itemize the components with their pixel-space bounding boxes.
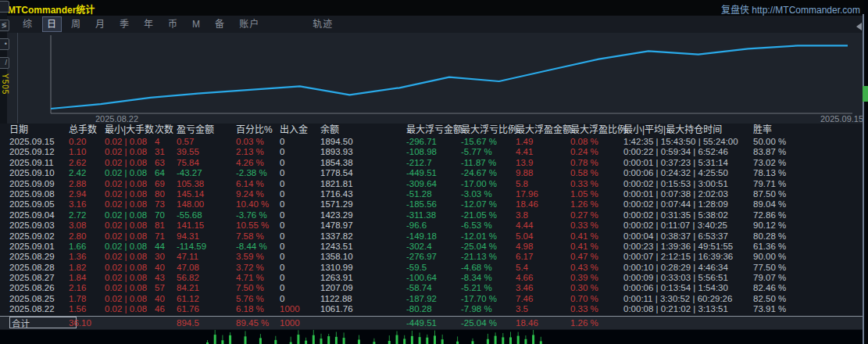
cell-minmax: 0.02 | 0.08 xyxy=(105,252,155,262)
cell-maxdd_pct: -12.01 % xyxy=(461,231,516,242)
toolbar-icon-button[interactable] xyxy=(0,1,9,13)
cell-maxfp: 18.46 xyxy=(516,317,570,330)
cell-maxdd_pct: -15.67 % xyxy=(461,137,516,147)
cell-pct: 7.50 % xyxy=(236,283,280,293)
cell-time: 0:00:01 | 0:37:23 | 5:31:14 xyxy=(623,158,753,168)
cell-maxdd: -302.4 xyxy=(406,242,461,252)
cell-maxdd: -80.28 xyxy=(406,304,461,314)
table-row[interactable]: 2025.08.281.820.02 | 0.084047.083.72 %01… xyxy=(0,263,863,273)
cell-maxdd: -276.97 xyxy=(406,252,461,262)
table-row[interactable]: 2025.09.150.200.02 | 0.0840.570.03 %0189… xyxy=(0,137,863,147)
cell-maxfp_pct: 0.08 % xyxy=(570,137,623,147)
cell-profit: 145.14 xyxy=(177,189,236,199)
cell-cash: 0 xyxy=(280,263,320,273)
cell-winrate: 82.46 % xyxy=(753,283,823,293)
cell-minmax: 0.02 | 0.08 xyxy=(105,147,155,157)
cell-maxdd_pct: -24.67 % xyxy=(461,168,516,178)
cell-cash: 0 xyxy=(280,210,320,220)
cell-maxfp: 4.41 xyxy=(516,147,570,157)
cell-maxdd_pct: -17.70 % xyxy=(461,294,516,304)
tab-日[interactable]: 日 xyxy=(43,17,61,31)
cell-maxfp: 3.5 xyxy=(516,304,570,314)
cell-maxdd_pct: -8.34 % xyxy=(461,273,516,283)
table-row[interactable]: 2025.09.011.660.02 | 0.0844-114.59-8.44 … xyxy=(0,242,863,252)
table-total-row[interactable]: 合计36.10894.589.45 %1000-449.51-25.04 %18… xyxy=(0,316,863,329)
cell-minmax: 0.02 | 0.08 xyxy=(105,283,155,293)
cell-minmax: 0.02 | 0.08 xyxy=(105,199,155,210)
cell-minmax: 0.02 | 0.08 xyxy=(105,210,155,220)
column-header-profit: 盈亏金额 xyxy=(177,124,236,137)
chart-pane-border xyxy=(17,33,18,124)
table-row[interactable]: 2025.09.082.940.02 | 0.0880145.149.24 %0… xyxy=(0,189,863,199)
cell-date: 2025.09.03 xyxy=(9,220,69,231)
tab-年[interactable]: 年 xyxy=(140,17,158,31)
table-row[interactable]: 2025.09.033.080.02 | 0.0881141.1510.55 %… xyxy=(0,220,863,231)
cell-balance: 1854.38 xyxy=(320,158,406,168)
tab-轨迹[interactable]: 轨迹 xyxy=(309,17,337,31)
equity-chart[interactable] xyxy=(0,33,868,124)
cell-profit: -114.59 xyxy=(177,242,236,252)
table-row[interactable]: 2025.08.271.840.02 | 0.084356.824.71 %01… xyxy=(0,273,863,283)
cell-minmax: 0.02 | 0.08 xyxy=(105,242,155,252)
cell-maxfp_pct: 0.33 % xyxy=(570,179,623,189)
cell-maxfp: 6.17 xyxy=(516,252,570,262)
cell-cash: 0 xyxy=(280,147,320,157)
total-label-box: 合计 xyxy=(9,317,77,328)
column-header-winrate: 胜率 xyxy=(753,124,823,137)
cell-lots: 1.78 xyxy=(69,294,105,304)
chart-xlabel-start: 2025.08.22 xyxy=(95,114,138,124)
cell-maxdd: -311.38 xyxy=(406,210,461,220)
cell-lots: 2.42 xyxy=(69,168,105,178)
cell-cash: 0 xyxy=(280,137,320,147)
cell-maxfp_pct: 1.05 % xyxy=(570,189,623,199)
brand-link[interactable]: 复盘侠 http://MTCommander.com xyxy=(721,2,860,16)
table-row[interactable]: 2025.08.291.360.02 | 0.083047.113.59 %01… xyxy=(0,252,863,262)
tab-月[interactable]: 月 xyxy=(91,17,109,31)
table-row[interactable]: 2025.08.262.160.02 | 0.085784.217.50 %01… xyxy=(0,283,863,293)
table-row[interactable]: 2025.09.053.160.02 | 0.0873148.0010.40 %… xyxy=(0,199,863,210)
cell-profit: 47.11 xyxy=(177,252,236,262)
collapse-arrow-icon[interactable] xyxy=(856,23,862,30)
cell-minmax: 0.02 | 0.08 xyxy=(105,137,155,147)
cell-maxfp: 7.46 xyxy=(516,294,570,304)
cell-balance: 1061.76 xyxy=(320,304,406,314)
cell-date: 2025.09.01 xyxy=(9,242,69,252)
tab-币[interactable]: 币 xyxy=(164,17,182,31)
cell-date: 2025.09.10 xyxy=(9,168,69,178)
cell-date: 2025.08.25 xyxy=(9,294,69,304)
tab-季[interactable]: 季 xyxy=(116,17,134,31)
table-row[interactable]: 2025.09.121.100.02 | 0.083139.552.13 %01… xyxy=(0,147,863,157)
cell-time: 0:00:02 | 0:15:53 | 3:00:51 xyxy=(623,179,753,189)
candle-body xyxy=(214,335,216,344)
table-row[interactable]: 2025.08.221.560.02 | 0.084661.766.18 %10… xyxy=(0,304,863,314)
cell-maxfp_pct: 0.41 % xyxy=(570,231,623,242)
scrollbar-marker[interactable] xyxy=(863,86,868,102)
cell-pct: 10.40 % xyxy=(236,199,280,210)
cell-minmax: 0.02 | 0.08 xyxy=(105,189,155,199)
cell-time: 0:00:08 | 0:21:02 | 3:13:51 xyxy=(623,304,753,314)
table-row[interactable]: 2025.09.042.720.02 | 0.0870-55.68-3.76 %… xyxy=(0,210,863,220)
cell-cash: 0 xyxy=(280,199,320,210)
dot-icon[interactable]: • xyxy=(0,38,9,50)
cell-maxdd_pct: -12.07 % xyxy=(461,199,516,210)
vertical-watermark-label: Y505 xyxy=(1,73,9,95)
tab-周[interactable]: 周 xyxy=(67,17,85,31)
candle-body xyxy=(517,336,520,344)
lightning-icon[interactable]: ≶ xyxy=(0,20,9,31)
cell-pct: 10.55 % xyxy=(236,220,280,231)
tab-备[interactable]: 备 xyxy=(211,17,229,31)
column-header-minmax: 最小|大手数 xyxy=(105,124,155,137)
tab-综[interactable]: 综 xyxy=(19,17,37,31)
cell-maxfp_pct: 0.30 % xyxy=(570,283,623,293)
table-row[interactable]: 2025.09.112.620.02 | 0.086375.844.26 %01… xyxy=(0,158,863,168)
tab-账户[interactable]: 账户 xyxy=(235,17,263,31)
cell-minmax: 0.02 | 0.08 xyxy=(105,231,155,242)
tab-M[interactable]: M xyxy=(188,17,205,31)
cell-pct: 4.71 % xyxy=(236,273,280,283)
cell-winrate: 77.50 % xyxy=(753,263,823,273)
table-row[interactable]: 2025.09.022.800.02 | 0.087194.317.58 %01… xyxy=(0,231,863,242)
table-row[interactable]: 2025.09.092.880.02 | 0.0869105.386.14 %0… xyxy=(0,179,863,189)
table-row[interactable]: 2025.08.251.780.02 | 0.084061.125.76 %01… xyxy=(0,294,863,304)
slash-icon[interactable]: / xyxy=(0,57,9,69)
table-row[interactable]: 2025.09.102.420.02 | 0.0864-43.27-2.38 %… xyxy=(0,168,863,178)
